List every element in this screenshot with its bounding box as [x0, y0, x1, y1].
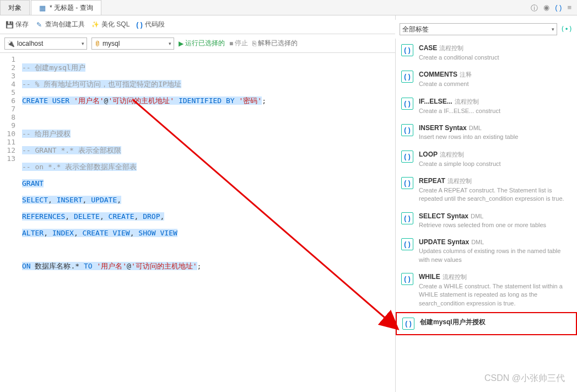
stop-icon: [229, 40, 233, 47]
snippet-item[interactable]: ( )REPEAT流程控制Create A REPEAT construct. …: [396, 173, 577, 208]
chevron-down-icon: ▾: [82, 41, 84, 46]
tab-untitled-query[interactable]: * 无标题 - 查询: [31, 0, 101, 15]
chevron-down-icon: ▾: [169, 41, 171, 46]
play-icon: [179, 40, 184, 47]
query-builder-button[interactable]: 查询创建工具: [35, 20, 85, 29]
save-button[interactable]: 保存: [6, 20, 29, 29]
query-icon: [39, 4, 47, 12]
snippet-category: DML: [471, 239, 484, 245]
snippet-icon: ( ): [401, 212, 413, 224]
snippet-title: INSERT SyntaxDML: [419, 124, 571, 132]
snippet-description: Create a conditional construct: [419, 53, 571, 62]
connection-row: localhost ▾ mysql ▾ 运行已选择的 停止 解释已选择的: [0, 34, 395, 53]
snippet-icon: ( ): [401, 177, 413, 189]
explain-icon: [252, 40, 256, 47]
snippet-title: COMMENTS注释: [419, 71, 571, 79]
snippet-button[interactable]: ( )代码段: [136, 20, 164, 29]
snippet-category: 流程控制: [455, 98, 479, 105]
right-panel-toggle-icons: ⓘ ◉ ( ) ≡: [531, 3, 571, 13]
snippet-description: Insert new rows into an existing table: [419, 133, 571, 141]
snippet-item[interactable]: ( )SELECT SyntaxDMLRetrieve rows selecte…: [396, 208, 577, 234]
snippet-item[interactable]: ( )COMMENTS注释Create a comment: [396, 66, 577, 93]
snippet-icon: ( ): [402, 318, 414, 330]
snippet-item[interactable]: ( )INSERT SyntaxDMLInsert new rows into …: [396, 120, 577, 146]
snippet-icon: ( ): [401, 238, 413, 250]
snippet-description: Create a IF...ELSE... construct: [419, 107, 571, 115]
snippet-icon: ( ): [401, 273, 413, 285]
snippets-panel: ( )CASE流程控制Create a conditional construc…: [395, 15, 577, 392]
snippet-item[interactable]: ( )IF...ELSE...流程控制Create a IF...ELSE...…: [396, 93, 577, 120]
save-icon: [6, 21, 13, 29]
snippet-category: 流程控制: [443, 273, 467, 280]
sql-editor[interactable]: 12345678910111213 -- 创建mysql用户 -- % 所有地址…: [0, 53, 395, 392]
wand-icon: [35, 21, 43, 29]
snippet-title: SELECT SyntaxDML: [419, 212, 571, 220]
snippet-description: Create a WHILE construct. The statement …: [419, 282, 571, 308]
eye-icon[interactable]: ◉: [543, 3, 549, 13]
snippet-item[interactable]: ( )LOOP流程控制Create a simple loop construc…: [396, 146, 577, 173]
tabs-row: 对象 * 无标题 - 查询: [0, 0, 577, 15]
snippet-item[interactable]: ( )CASE流程控制Create a conditional construc…: [396, 40, 577, 66]
snippet-list[interactable]: ( )CASE流程控制Create a conditional construc…: [396, 37, 577, 337]
database-select[interactable]: mysql ▾: [91, 37, 174, 50]
snippet-icon: ( ): [401, 98, 413, 110]
tab-object[interactable]: 对象: [0, 0, 30, 15]
snippet-category: 注释: [460, 71, 472, 78]
snippet-filter-select[interactable]: 全部标签 ▾: [400, 23, 557, 35]
snippet-description: Create a simple loop construct: [419, 160, 571, 168]
snippet-title: 创建mysql用户并授权: [420, 318, 570, 327]
snippet-title: CASE流程控制: [419, 44, 571, 52]
snippet-item[interactable]: ( )创建mysql用户并授权: [396, 312, 577, 335]
snippet-item[interactable]: ( )WHILE流程控制Create a WHILE construct. Th…: [396, 269, 577, 312]
explain-button[interactable]: 解释已选择的: [252, 39, 298, 48]
braces-icon[interactable]: ( ): [555, 3, 562, 13]
snippet-icon: ( ): [401, 71, 413, 83]
snippet-category: 流程控制: [439, 45, 463, 51]
snippet-title: LOOP流程控制: [419, 151, 571, 159]
snippet-icon: ( ): [401, 44, 413, 56]
snippet-category: DML: [469, 125, 482, 131]
snippet-title: UPDATE SyntaxDML: [419, 238, 571, 246]
snippet-category: DML: [471, 213, 483, 219]
code-area[interactable]: -- 创建mysql用户 -- % 所有地址均可访问，也可指定特定的IP地址 C…: [19, 53, 395, 392]
snippet-description: Retrieve rows selected from one or more …: [419, 221, 571, 229]
snippet-item[interactable]: ( )UPDATE SyntaxDMLUpdates columns of ex…: [396, 234, 577, 269]
list-icon[interactable]: ≡: [567, 3, 571, 13]
snippet-icon: ( ): [401, 151, 413, 163]
snippet-description: Create a comment: [419, 80, 571, 88]
plug-icon: [7, 40, 15, 47]
line-gutter: 12345678910111213: [0, 53, 19, 392]
snippet-title: IF...ELSE...流程控制: [419, 98, 571, 106]
add-snippet-icon[interactable]: [560, 25, 573, 33]
snippet-title: REPEAT流程控制: [419, 177, 571, 185]
snippet-category: 流程控制: [440, 151, 464, 158]
snippet-category: 流程控制: [447, 178, 472, 184]
paren-icon: ( ): [136, 21, 142, 29]
watermark: CSDN @小张帅三代: [484, 373, 565, 384]
database-icon: [94, 40, 100, 47]
host-select[interactable]: localhost ▾: [4, 37, 87, 50]
info-icon[interactable]: ⓘ: [531, 3, 538, 13]
stop-button[interactable]: 停止: [229, 39, 248, 48]
run-selected-button[interactable]: 运行已选择的: [179, 39, 225, 48]
snippet-description: Updates columns of existing rows in the …: [419, 247, 571, 264]
snippet-filter-row: 全部标签 ▾: [395, 20, 577, 39]
chevron-down-icon: ▾: [552, 26, 554, 32]
snippet-description: Create A REPEAT construct. The Statement…: [419, 186, 571, 203]
toolbar: 保存 查询创建工具 美化 SQL ( )代码段: [0, 15, 395, 34]
snippet-icon: ( ): [401, 124, 413, 136]
beautify-sql-button[interactable]: 美化 SQL: [91, 20, 130, 29]
magic-icon: [91, 21, 99, 29]
snippet-title: WHILE流程控制: [419, 273, 571, 281]
